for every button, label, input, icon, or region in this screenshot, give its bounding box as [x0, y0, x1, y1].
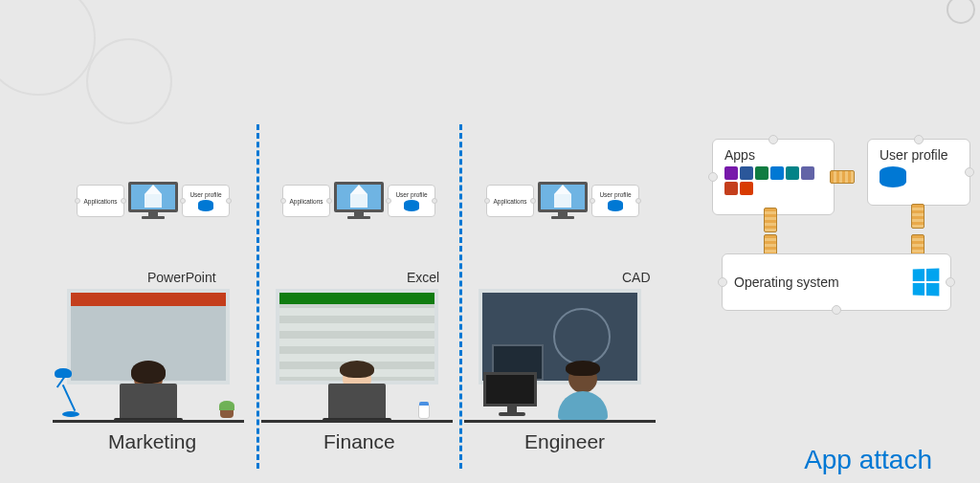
ticket-operating-system: Operating system [722, 253, 951, 311]
ticket-user-profile: User profile [867, 139, 970, 206]
user-profile-label: User profile [395, 191, 427, 198]
gear-decor [947, 0, 975, 24]
persona-scene-finance [261, 289, 453, 423]
ticket-apps-label: Apps [724, 147, 822, 163]
user-profile-card: User profile [388, 185, 435, 217]
app-title-powerpoint: PowerPoint [147, 270, 216, 285]
workstation-cluster-engineer: Applications User profile [486, 182, 639, 220]
applications-label: Applications [493, 198, 526, 205]
connector-icon [764, 208, 777, 232]
connector-icon [911, 204, 924, 229]
outlook-icon [770, 166, 784, 180]
persona-scene-engineer [464, 289, 656, 423]
sharepoint-icon [786, 166, 799, 180]
windows-logo-icon [913, 268, 940, 296]
column-divider [459, 124, 462, 469]
coffee-cup-icon [418, 404, 430, 419]
user-profile-label: User profile [599, 191, 631, 198]
applications-card: Applications [486, 185, 534, 217]
user-profile-label: User profile [189, 191, 221, 198]
monitor-icon [334, 182, 384, 220]
workstation-cluster-marketing: Applications User profile [77, 182, 230, 220]
monitor-icon [538, 182, 588, 220]
cupcake-icon [219, 401, 234, 418]
applications-card: Applications [77, 185, 124, 217]
database-icon [880, 166, 906, 187]
footer-title: App attach [804, 445, 932, 475]
ticket-profile-label: User profile [880, 147, 958, 163]
ticket-apps: Apps [712, 139, 835, 215]
powerpoint-icon [724, 182, 738, 195]
word-icon [740, 166, 753, 180]
database-icon [608, 200, 623, 211]
gear-decor [86, 38, 172, 124]
connector-icon [830, 170, 855, 184]
role-label-marketing: Marketing [108, 430, 196, 453]
gear-decor [0, 0, 96, 96]
applications-label: Applications [83, 198, 117, 205]
cube-icon [350, 188, 368, 206]
persona-scene-marketing [53, 289, 244, 423]
laptop-icon [328, 384, 386, 420]
cube-icon [145, 188, 162, 206]
person-icon [558, 364, 608, 420]
excel-icon [755, 166, 768, 180]
blueprint-circle-icon [553, 308, 611, 365]
applications-label: Applications [289, 198, 323, 205]
cube-icon [554, 188, 571, 206]
desk-lamp-icon [56, 372, 85, 420]
database-icon [198, 200, 213, 211]
applications-card: Applications [282, 185, 330, 217]
monitor-icon [128, 182, 178, 220]
onenote-icon [724, 166, 738, 180]
role-label-finance: Finance [323, 430, 395, 453]
office-app-icons [724, 166, 822, 195]
user-profile-card: User profile [591, 185, 639, 217]
laptop-icon [120, 384, 177, 420]
role-label-engineer: Engineer [524, 430, 605, 453]
teams-icon [801, 166, 814, 180]
column-divider [256, 124, 259, 469]
user-profile-card: User profile [182, 185, 230, 217]
office-icon [740, 182, 753, 195]
app-title-excel: Excel [407, 270, 439, 285]
desk-monitor-icon [483, 372, 541, 420]
workstation-cluster-finance: Applications User profile [282, 182, 435, 220]
ticket-os-label: Operating system [734, 274, 839, 290]
app-title-cad: CAD [622, 270, 651, 285]
database-icon [404, 200, 419, 211]
